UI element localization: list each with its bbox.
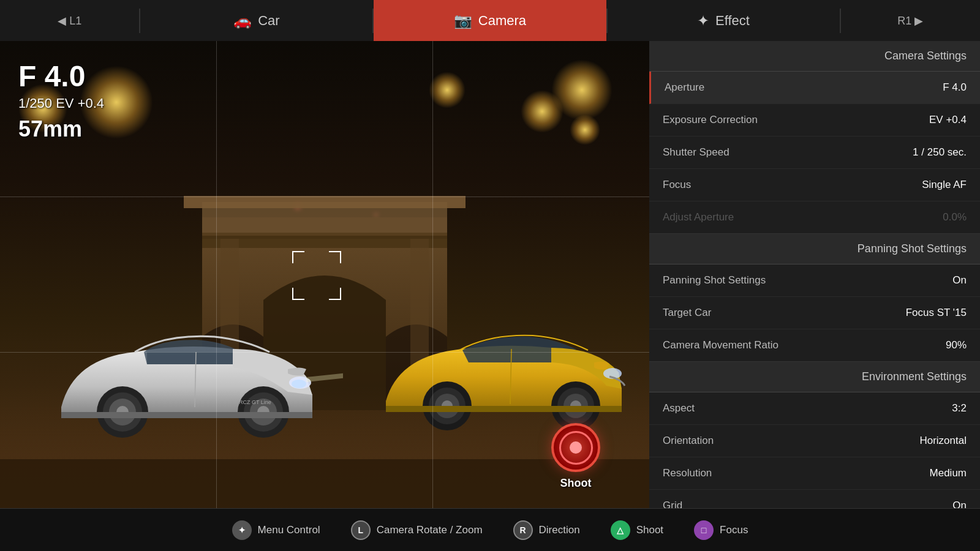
menu-control-label: Menu Control — [258, 524, 320, 536]
panning-label: Panning Shot Settings — [663, 274, 766, 287]
svg-point-9 — [292, 380, 306, 388]
light-bokeh — [521, 90, 564, 133]
aperture-value: F 4.0 — [943, 81, 967, 94]
direction-item: R Direction — [513, 520, 580, 540]
aperture-label: Aperture — [665, 81, 704, 94]
settings-panel: Camera Settings Aperture F 4.0 Exposure … — [649, 41, 980, 508]
car-icon: 🚗 — [233, 12, 252, 29]
shutter-ev-display: 1/250 EV +0.4 — [18, 96, 104, 111]
camera-viewport: RCZ GT Line — [0, 41, 649, 508]
shoot-button[interactable]: Shoot — [551, 423, 600, 490]
target-value: Focus ST '15 — [906, 307, 967, 319]
orientation-value: Horizontal — [919, 435, 967, 447]
camera-icon: 📷 — [454, 12, 472, 29]
movement-value: 90% — [946, 339, 967, 351]
shutter-label: Shutter Speed — [663, 146, 729, 159]
focus-value: Single AF — [922, 179, 967, 191]
camera-rotate-item: L Camera Rotate / Zoom — [351, 520, 483, 540]
nav-camera[interactable]: 📷 Camera — [374, 0, 606, 41]
shoot-button-dot — [570, 441, 582, 454]
focus-bracket — [292, 251, 341, 300]
effect-icon: ✦ — [697, 12, 709, 29]
camera-rotate-label: Camera Rotate / Zoom — [377, 524, 483, 536]
environment-settings-header: Environment Settings — [649, 362, 980, 392]
movement-row[interactable]: Camera Movement Ratio 90% — [649, 329, 980, 361]
svg-rect-30 — [386, 406, 622, 412]
movement-label: Camera Movement Ratio — [663, 339, 778, 351]
shutter-row[interactable]: Shutter Speed 1 / 250 sec. — [649, 137, 980, 169]
nav-car[interactable]: 🚗 Car — [140, 0, 372, 41]
grid-label: Grid — [663, 500, 682, 508]
focal-length-display: 57mm — [18, 116, 104, 142]
white-car: RCZ GT Line — [24, 309, 343, 450]
environment-settings-section: Environment Settings Aspect 3:2 Orientat… — [649, 362, 980, 508]
focus-bar-label: Focus — [720, 524, 748, 536]
orientation-row[interactable]: Orientation Horizontal — [649, 425, 980, 457]
car-label: Car — [258, 13, 279, 29]
l1-label: ◀ L1 — [58, 14, 81, 28]
triangle-badge: △ — [611, 520, 630, 540]
r1-button[interactable]: R1 ▶ — [841, 0, 980, 41]
adjust-label: Adjust Aperture — [663, 211, 734, 223]
shoot-item: △ Shoot — [611, 520, 663, 540]
grid-value: On — [952, 500, 967, 508]
aperture-row[interactable]: Aperture F 4.0 — [649, 72, 980, 104]
effect-label: Effect — [715, 13, 750, 29]
top-navigation: ◀ L1 🚗 Car 📷 Camera ✦ Effect R1 ▶ — [0, 0, 980, 41]
target-label: Target Car — [663, 307, 711, 319]
adjust-value: 0.0% — [943, 211, 967, 223]
target-row[interactable]: Target Car Focus ST '15 — [649, 297, 980, 329]
resolution-value: Medium — [930, 467, 967, 479]
adjust-aperture-row: Adjust Aperture 0.0% — [649, 201, 980, 233]
camera-settings-header: Camera Settings — [649, 41, 980, 72]
shoot-button-inner — [559, 431, 593, 465]
shoot-button-label: Shoot — [560, 477, 592, 490]
focus-label: Focus — [663, 179, 691, 191]
nav-effect[interactable]: ✦ Effect — [608, 0, 840, 41]
resolution-label: Resolution — [663, 467, 712, 479]
r-badge: R — [513, 520, 533, 540]
orientation-label: Orientation — [663, 435, 714, 447]
aperture-display: F 4.0 — [18, 59, 104, 93]
resolution-row[interactable]: Resolution Medium — [649, 457, 980, 490]
light-bokeh — [570, 114, 600, 145]
shutter-value: 1 / 250 sec. — [913, 146, 967, 159]
svg-text:RCZ GT Line: RCZ GT Line — [239, 399, 271, 405]
menu-control-badge: ✦ — [232, 520, 252, 540]
l1-button[interactable]: ◀ L1 — [0, 0, 139, 41]
svg-rect-6 — [184, 196, 466, 208]
panning-value: On — [952, 274, 967, 287]
l-badge: L — [351, 520, 371, 540]
square-badge: □ — [694, 520, 714, 540]
exposure-value: EV +0.4 — [929, 114, 967, 126]
panning-row[interactable]: Panning Shot Settings On — [649, 264, 980, 297]
grid-row[interactable]: Grid On — [649, 490, 980, 508]
bottom-controls-bar: ✦ Menu Control L Camera Rotate / Zoom R … — [0, 508, 980, 551]
panning-settings-header: Panning Shot Settings — [649, 234, 980, 264]
focus-row[interactable]: Focus Single AF — [649, 169, 980, 201]
aspect-row[interactable]: Aspect 3:2 — [649, 392, 980, 425]
r1-label: R1 ▶ — [897, 14, 923, 28]
aspect-label: Aspect — [663, 402, 695, 414]
exposure-label: Exposure Correction — [663, 114, 758, 126]
shoot-bar-label: Shoot — [636, 524, 663, 536]
camera-label: Camera — [478, 13, 526, 29]
panning-settings-section: Panning Shot Settings Panning Shot Setti… — [649, 234, 980, 362]
menu-control-item: ✦ Menu Control — [232, 520, 320, 540]
direction-label: Direction — [539, 524, 580, 536]
light-bokeh — [429, 72, 466, 108]
camera-settings-section: Camera Settings Aperture F 4.0 Exposure … — [649, 41, 980, 234]
exposure-row[interactable]: Exposure Correction EV +0.4 — [649, 104, 980, 137]
camera-info-overlay: F 4.0 1/250 EV +0.4 57mm — [18, 59, 104, 142]
focus-item: □ Focus — [694, 520, 748, 540]
shoot-button-circle[interactable] — [551, 423, 600, 472]
aspect-value: 3:2 — [952, 402, 967, 414]
svg-rect-19 — [61, 412, 312, 418]
